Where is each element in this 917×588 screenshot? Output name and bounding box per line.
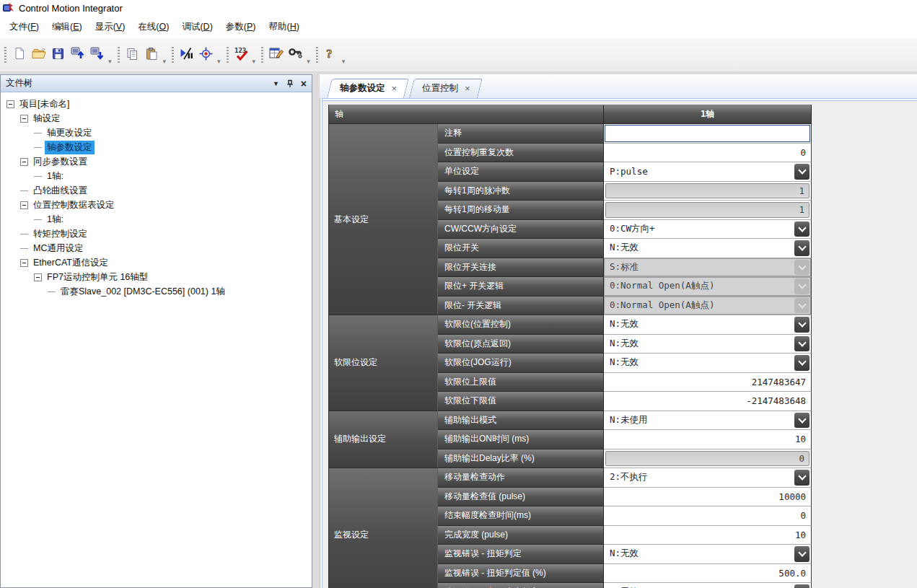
toolbar-overflow-icon[interactable]: ▾ xyxy=(108,58,112,65)
help-button[interactable]: ? xyxy=(321,45,341,65)
param-value-dropdown[interactable]: N:无效 xyxy=(604,335,812,354)
panel-close-icon[interactable]: × xyxy=(301,79,307,89)
param-value-dropdown[interactable]: N:未使用 xyxy=(604,411,812,431)
tree-item-label-selected[interactable]: 轴参数设定 xyxy=(45,141,95,154)
toolbar-overflow-icon[interactable]: ▾ xyxy=(253,58,256,65)
dropdown-arrow-icon[interactable] xyxy=(794,413,809,429)
tree-expander-icon[interactable] xyxy=(20,259,31,267)
open-folder-button[interactable] xyxy=(29,45,48,65)
tree-item-label[interactable]: 1轴: xyxy=(45,213,66,227)
tree-expander-icon[interactable] xyxy=(20,115,31,123)
menu-item-D[interactable]: 调试(D) xyxy=(175,18,219,36)
tree-item-label[interactable]: 同步参数设置 xyxy=(31,155,89,169)
tree-expander-icon[interactable] xyxy=(6,100,17,108)
tree-item-label[interactable]: 凸轮曲线设置 xyxy=(31,184,89,198)
tree-item[interactable]: 位置控制数据表设定 xyxy=(1,198,312,212)
upload-unit-button[interactable] xyxy=(68,45,87,65)
toolbar-grip[interactable] xyxy=(261,47,263,63)
tab-close-icon[interactable]: × xyxy=(392,84,398,93)
new-doc-button[interactable] xyxy=(9,45,29,65)
dropdown-arrow-icon[interactable] xyxy=(794,221,809,237)
tree-item-label[interactable]: EtherCAT通信设定 xyxy=(31,256,110,270)
copy-button[interactable] xyxy=(123,45,142,65)
menu-item-E[interactable]: 编辑(E) xyxy=(45,18,89,36)
tree-item[interactable]: 1轴: xyxy=(1,212,312,227)
param-value-dropdown[interactable]: N:无效 xyxy=(604,239,812,258)
tree-expander-icon[interactable] xyxy=(34,273,45,281)
tree-expander-icon[interactable] xyxy=(20,158,31,166)
param-value-input[interactable] xyxy=(604,124,812,144)
tree-item[interactable]: 轴更改设定 xyxy=(1,126,312,140)
download-unit-button[interactable] xyxy=(87,45,107,65)
param-value-number[interactable]: 0 xyxy=(604,144,812,163)
param-edit-button[interactable] xyxy=(266,45,286,65)
tree-item-label[interactable]: 轴更改设定 xyxy=(45,126,95,140)
tree-item-label[interactable]: 转矩控制设定 xyxy=(31,227,89,241)
tab-close-icon[interactable]: × xyxy=(465,84,470,93)
tree-item[interactable]: 轴设定 xyxy=(1,111,312,126)
menu-item-P[interactable]: 参数(P) xyxy=(219,18,263,36)
param-value-number[interactable]: 10 xyxy=(604,526,812,545)
tree-item[interactable]: 雷赛Slave_002 [DM3C-EC556] (001) 1轴 xyxy=(1,284,312,299)
menu-item-V[interactable]: 显示(V) xyxy=(89,18,132,36)
menu-item-F[interactable]: 文件(F) xyxy=(3,18,45,36)
tree-item-label[interactable]: 轴设定 xyxy=(31,112,63,126)
tree-item[interactable]: EtherCAT通信设定 xyxy=(1,255,312,270)
param-value-number[interactable]: 10000 xyxy=(604,488,812,507)
tree-item[interactable]: 项目[未命名] xyxy=(1,97,312,111)
save-button[interactable] xyxy=(48,45,68,65)
tree-item-label[interactable]: MC通用设定 xyxy=(31,242,85,255)
check-123-button[interactable]: 123 xyxy=(232,45,251,65)
tree-item-label[interactable]: 雷赛Slave_002 [DM3C-EC556] (001) 1轴 xyxy=(58,285,227,299)
dropdown-arrow-icon[interactable] xyxy=(794,317,809,333)
toolbar-grip[interactable] xyxy=(4,47,6,63)
panel-collapse-arrow-icon[interactable]: ▼ xyxy=(273,80,279,87)
toolbar-overflow-icon[interactable]: ▾ xyxy=(342,58,346,65)
dropdown-arrow-icon[interactable] xyxy=(794,584,809,588)
param-value-dropdown[interactable]: N:无效 xyxy=(604,545,812,564)
tree-item-label[interactable]: FP7运动控制单元 16轴型 xyxy=(45,271,150,284)
tree-item[interactable]: 凸轮曲线设置 xyxy=(1,183,312,198)
param-value-dropdown[interactable]: 0:CW方向+ xyxy=(604,220,812,240)
tree-item-label[interactable]: 1轴: xyxy=(45,170,66,183)
dropdown-arrow-icon[interactable] xyxy=(794,336,809,352)
key-button[interactable] xyxy=(286,45,305,65)
param-value-dropdown[interactable]: N:无效 xyxy=(604,583,812,588)
dropdown-arrow-icon[interactable] xyxy=(794,164,809,180)
tree-item[interactable]: FP7运动控制单元 16轴型 xyxy=(1,270,312,284)
tree-item-label[interactable]: 项目[未命名] xyxy=(17,97,71,111)
dropdown-arrow-icon[interactable] xyxy=(794,355,809,371)
tree-item[interactable]: 轴参数设定 xyxy=(1,140,312,154)
menu-item-O[interactable]: 在线(O) xyxy=(131,18,175,36)
tree-item-label[interactable]: 位置控制数据表设定 xyxy=(31,198,117,212)
tree-expander-icon[interactable] xyxy=(20,201,31,209)
tree-item[interactable]: 同步参数设置 xyxy=(1,154,312,169)
tab-position-control[interactable]: 位置控制× xyxy=(409,79,478,98)
param-value-dropdown[interactable]: N:无效 xyxy=(604,315,812,335)
param-value-dropdown[interactable]: N:无效 xyxy=(604,354,812,373)
dropdown-arrow-icon[interactable] xyxy=(794,470,809,486)
tree-item[interactable]: 转矩控制设定 xyxy=(1,227,312,241)
param-value-number[interactable]: -2147483648 xyxy=(604,392,812,411)
panel-pin-icon[interactable] xyxy=(286,79,294,88)
dropdown-arrow-icon[interactable] xyxy=(794,240,809,256)
param-value-number[interactable]: 10 xyxy=(604,430,812,449)
toolbar-grip[interactable] xyxy=(227,47,229,63)
tree-item[interactable]: MC通用设定 xyxy=(1,241,312,255)
dropdown-arrow-icon[interactable] xyxy=(794,546,809,562)
toolbar-overflow-icon[interactable]: ▾ xyxy=(217,58,221,65)
tab-axis-param[interactable]: 轴参数设定× xyxy=(327,79,404,98)
toolbar-grip[interactable] xyxy=(172,47,174,63)
toolbar-overflow-icon[interactable]: ▾ xyxy=(163,58,167,65)
toolbar-grip[interactable] xyxy=(118,47,120,63)
servo-toggle-button[interactable] xyxy=(177,45,196,65)
param-value-number[interactable]: 500.0 xyxy=(604,564,812,584)
menu-item-H[interactable]: 帮助(H) xyxy=(263,18,306,36)
param-value-dropdown[interactable]: P:pulse xyxy=(604,162,812,182)
toolbar-grip[interactable] xyxy=(316,47,318,63)
paste-button[interactable] xyxy=(142,45,162,65)
param-value-number[interactable]: 0 xyxy=(604,506,812,526)
tree-item[interactable]: 1轴: xyxy=(1,169,312,183)
param-value-number[interactable]: 2147483647 xyxy=(604,373,812,392)
positioning-button[interactable] xyxy=(196,45,216,65)
